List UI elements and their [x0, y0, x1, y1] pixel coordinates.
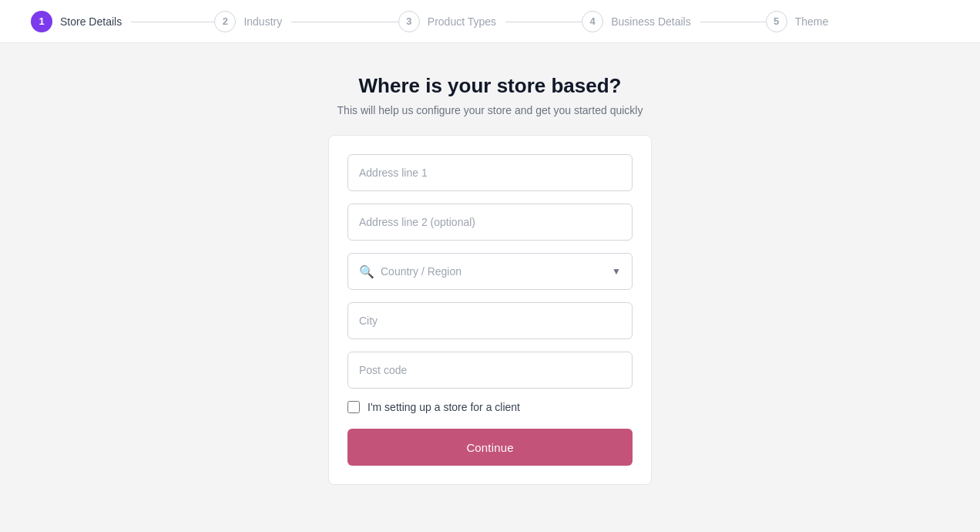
- form-card: 🔍 Country / Region ▼ I'm setting up a st…: [328, 135, 652, 485]
- client-checkbox-row: I'm setting up a store for a client: [347, 401, 633, 413]
- step-5: 5 Theme: [766, 11, 949, 32]
- step-1: 1 Store Details: [31, 11, 214, 32]
- main-content: Where is your store based? This will hel…: [0, 43, 980, 485]
- step-4: 4 Business Details: [582, 11, 765, 32]
- address-line-1-input[interactable]: [347, 154, 633, 191]
- search-icon: 🔍: [359, 264, 374, 279]
- country-region-select[interactable]: 🔍 Country / Region ▼: [347, 253, 633, 290]
- step-number-4: 4: [582, 11, 603, 32]
- step-label-5: Theme: [795, 15, 829, 28]
- client-checkbox[interactable]: [347, 401, 360, 413]
- page-title: Where is your store based?: [359, 74, 622, 98]
- address-line-2-input[interactable]: [347, 204, 633, 241]
- step-2: 2 Industry: [214, 11, 398, 32]
- step-number-5: 5: [766, 11, 787, 32]
- step-number-2: 2: [214, 11, 236, 32]
- stepper: 1 Store Details 2 Industry 3 Product Typ…: [0, 0, 980, 43]
- step-number-1: 1: [31, 11, 52, 32]
- country-placeholder-text: Country / Region: [381, 265, 612, 278]
- step-number-3: 3: [398, 11, 420, 32]
- page-subtitle: This will help us configure your store a…: [337, 104, 643, 116]
- city-input[interactable]: [347, 302, 633, 339]
- client-checkbox-label: I'm setting up a store for a client: [368, 401, 520, 413]
- step-label-2: Industry: [243, 15, 282, 28]
- chevron-down-icon: ▼: [612, 266, 621, 277]
- step-label-4: Business Details: [611, 15, 691, 28]
- continue-button[interactable]: Continue: [347, 429, 633, 466]
- step-3: 3 Product Types: [398, 11, 582, 32]
- step-label-1: Store Details: [60, 15, 122, 28]
- step-label-3: Product Types: [428, 15, 496, 28]
- postcode-input[interactable]: [347, 352, 633, 389]
